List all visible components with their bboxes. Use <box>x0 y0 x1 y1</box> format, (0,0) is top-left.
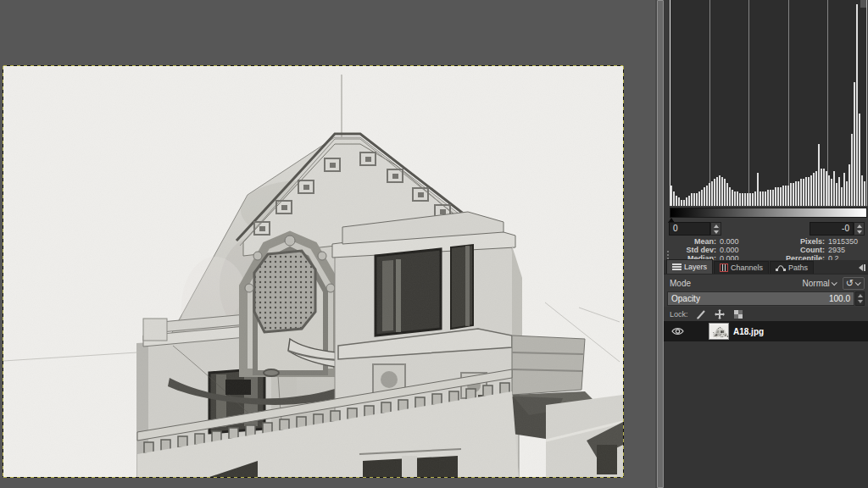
mean-label: Mean: <box>664 238 716 246</box>
chevron-down-icon[interactable] <box>831 280 837 286</box>
layer-boundary-right <box>623 66 624 477</box>
layers-icon <box>672 263 682 271</box>
opacity-value: 100.0 <box>829 294 850 303</box>
tab-menu-icon <box>859 264 863 271</box>
layer-boundary-left <box>3 66 3 477</box>
histogram-bars <box>670 0 866 206</box>
mean-value: 0.000 <box>716 238 739 246</box>
tab-layers[interactable]: Layers <box>666 259 713 274</box>
photo-building <box>3 66 623 477</box>
layer-name[interactable]: A18.jpg <box>733 327 764 336</box>
lock-row: Lock: <box>664 307 868 321</box>
paths-icon <box>776 263 786 272</box>
dock-panel: 0 -0 Mean:0.000 Std dev:0.000 Median:0.0… <box>664 0 868 488</box>
tab-paths[interactable]: Paths <box>770 261 814 274</box>
layer-boundary-bottom <box>3 477 623 478</box>
low-input[interactable]: 0 <box>669 222 710 236</box>
opacity-label: Opacity <box>671 294 700 303</box>
mode-row: Mode Normal ↺ <box>664 275 868 291</box>
lock-pixels-brush-icon[interactable] <box>696 309 706 319</box>
histogram-gradient[interactable] <box>670 208 867 218</box>
layer-list[interactable]: A18.jpg <box>664 321 868 488</box>
tab-paths-label: Paths <box>788 263 808 272</box>
lock-label: Lock: <box>670 310 688 319</box>
layer-boundary-top <box>3 65 623 66</box>
gimp-window: 0 -0 Mean:0.000 Std dev:0.000 Median:0.0… <box>0 0 868 488</box>
mode-label: Mode <box>670 279 691 288</box>
image-layer[interactable] <box>3 66 623 477</box>
tab-layers-label: Layers <box>684 263 707 271</box>
reset-icon: ↺ <box>846 278 854 288</box>
stddev-label: Std dev: <box>664 247 716 254</box>
pixels-label: Pixels: <box>752 238 825 246</box>
scrollbar-thumb[interactable] <box>657 0 664 488</box>
histogram-chart[interactable] <box>670 0 867 206</box>
chevron-down-icon <box>855 280 861 286</box>
high-input-spinner[interactable] <box>854 222 865 236</box>
chart-corner <box>860 0 866 8</box>
lock-alpha-checkerboard-icon[interactable] <box>733 309 743 319</box>
tab-channels[interactable]: Channels <box>714 261 769 274</box>
count-label: Count: <box>752 247 825 254</box>
canvas-area[interactable] <box>0 0 655 488</box>
layer-row-selected[interactable]: A18.jpg <box>664 321 868 341</box>
mode-reset-button[interactable]: ↺ <box>843 277 865 290</box>
channels-icon <box>720 263 728 272</box>
canvas-vertical-scrollbar[interactable] <box>655 0 664 488</box>
low-input-spinner[interactable] <box>710 222 721 236</box>
visibility-eye-icon[interactable] <box>671 326 684 336</box>
tab-menu-button[interactable] <box>854 263 865 273</box>
opacity-spinner[interactable] <box>855 291 865 306</box>
high-input[interactable]: -0 <box>810 222 854 236</box>
stddev-value: 0.000 <box>716 247 739 254</box>
layer-thumbnail[interactable] <box>709 323 729 340</box>
lock-position-move-icon[interactable] <box>715 309 725 319</box>
tab-channels-label: Channels <box>731 263 763 272</box>
pixels-value: 1915350 <box>825 238 858 246</box>
dock-tabbar: Layers Channels Paths <box>664 260 868 274</box>
mode-dropdown[interactable]: Normal <box>803 279 830 288</box>
opacity-slider[interactable]: Opacity 100.0 <box>667 291 854 306</box>
count-value: 2935 <box>825 247 845 254</box>
